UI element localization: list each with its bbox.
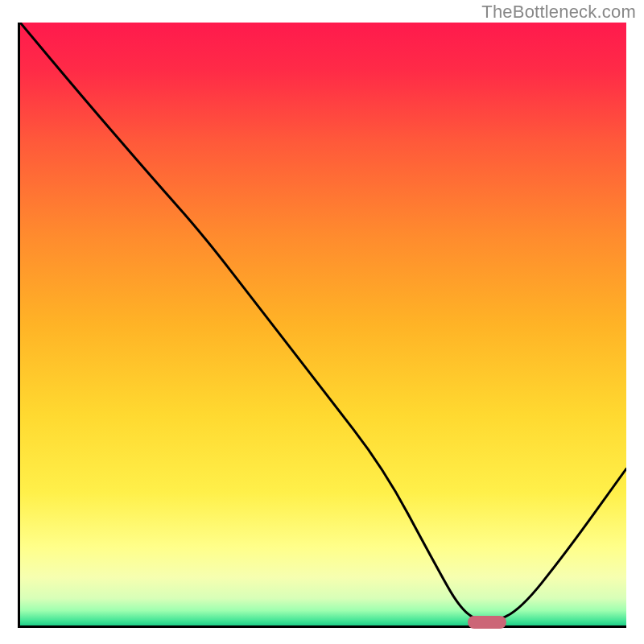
optimal-marker [468, 616, 506, 629]
curve-path [20, 23, 626, 620]
watermark-text: TheBottleneck.com [481, 2, 636, 23]
bottleneck-curve [20, 23, 626, 625]
plot-area [18, 23, 626, 628]
